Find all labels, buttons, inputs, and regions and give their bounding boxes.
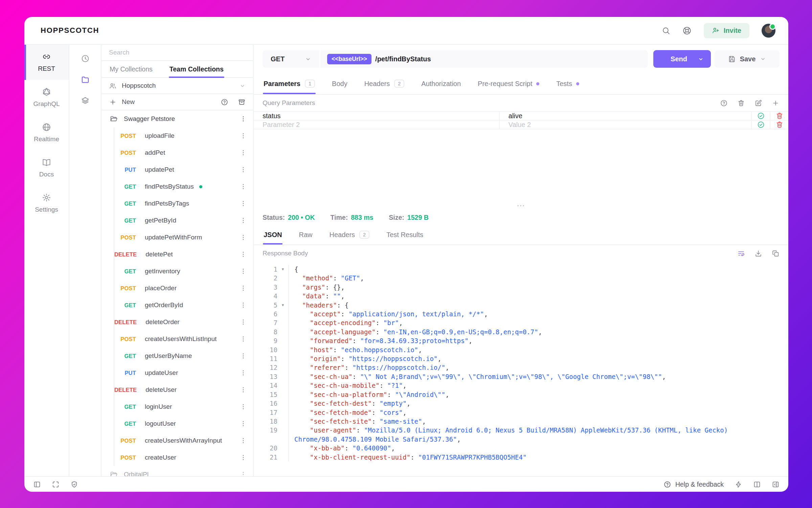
more-options-icon[interactable] [240,437,247,444]
plus-icon[interactable] [109,98,117,106]
request-item-findpetsbytags[interactable]: GET findPetsByTags [114,195,253,212]
nav-item-realtime[interactable]: Realtime [24,115,69,150]
method-select[interactable]: GET [263,50,319,68]
wrap-lines-icon[interactable] [737,250,745,257]
request-item-logoutuser[interactable]: GET logoutUser [114,415,253,432]
save-button[interactable]: Save [715,50,780,68]
response-tab-headers[interactable]: Headers 2 [329,225,370,245]
help-feedback-link[interactable]: Help & feedback [663,481,724,488]
param-delete-button[interactable] [770,112,788,120]
request-item-deleteorder[interactable]: DELETE deleteOrder [114,314,253,331]
request-tab-authorization[interactable]: Authorization [421,73,461,94]
request-item-uploadfile[interactable]: POST uploadFile [114,127,253,144]
request-tab-body[interactable]: Body [331,73,348,94]
avatar[interactable] [762,24,775,38]
request-item-deletepet[interactable]: DELETE deletePet [114,246,253,263]
archive-icon[interactable] [238,98,246,106]
nav-item-graphql[interactable]: GraphQL [24,80,69,115]
help-icon[interactable] [221,98,228,106]
param-key-input[interactable]: Parameter 2 [254,121,500,129]
more-options-icon[interactable] [240,132,247,140]
edit-icon[interactable] [754,99,762,107]
collections-tab-team[interactable]: Team Collections [169,61,224,77]
shortcuts-icon[interactable] [735,481,742,488]
rail-item-history[interactable] [69,48,101,69]
nav-item-rest[interactable]: REST [24,45,69,80]
shield-check-icon[interactable] [70,481,78,488]
more-options-icon[interactable] [240,149,247,156]
chevron-down-icon[interactable] [760,56,766,62]
request-item-createuser[interactable]: POST createUser [114,449,253,466]
toggle-sidebar-icon[interactable] [33,481,41,488]
request-item-getorderbyid[interactable]: GET getOrderById [114,297,253,314]
url-input[interactable]: <<baseUrl>> /pet/findByStatus [320,50,648,68]
split-layout-icon[interactable] [753,481,761,488]
request-tab-headers[interactable]: Headers 2 [364,73,405,94]
request-item-addpet[interactable]: POST addPet [114,144,253,161]
response-tab-raw[interactable]: Raw [298,225,313,245]
request-tab-tests[interactable]: Tests [556,73,580,94]
more-options-icon[interactable] [240,369,247,377]
more-options-icon[interactable] [240,284,247,292]
request-item-createuserswithlistinput[interactable]: POST createUsersWithListInput [114,331,253,347]
send-button[interactable]: Send [653,50,711,68]
param-active-toggle[interactable] [751,121,770,129]
more-options-icon[interactable] [240,403,247,410]
more-options-icon[interactable] [240,471,247,476]
collection-item-partial[interactable]: OrbitalPl [102,466,253,476]
add-param-icon[interactable] [772,99,780,107]
response-code-viewer[interactable]: 1▾{2 "method": "GET",3 "args": {},4 "dat… [254,261,788,476]
chevron-down-icon[interactable] [698,56,704,62]
response-tab-test-results[interactable]: Test Results [386,225,424,245]
request-tab-pre-request-script[interactable]: Pre-request Script [477,73,540,94]
more-options-icon[interactable] [240,183,247,190]
more-options-icon[interactable] [240,268,247,275]
more-options-icon[interactable] [240,454,247,461]
search-icon[interactable] [662,26,670,35]
delete-all-icon[interactable] [737,99,745,107]
new-collection-label[interactable]: New [122,98,135,106]
collapse-right-panel-icon[interactable] [772,481,780,488]
more-options-icon[interactable] [240,420,247,427]
request-item-getuserbyname[interactable]: GET getUserByName [114,347,253,364]
team-selector[interactable]: Hoppscotch [102,78,253,94]
fullscreen-icon[interactable] [52,481,60,488]
request-item-deleteuser[interactable]: DELETE deleteUser [114,381,253,398]
request-item-updatepetwithform[interactable]: POST updatePetWithForm [114,229,253,246]
more-options-icon[interactable] [240,386,247,394]
pane-resize-handle[interactable] [254,201,788,210]
more-options-icon[interactable] [240,115,247,123]
more-options-icon[interactable] [240,217,247,224]
nav-item-docs[interactable]: Docs [24,150,69,186]
request-item-placeorder[interactable]: POST placeOrder [114,280,253,297]
rail-item-environments[interactable] [69,90,101,111]
download-icon[interactable] [754,250,762,257]
request-item-findpetsbystatus[interactable]: GET findPetsByStatus [114,178,253,195]
more-options-icon[interactable] [240,335,247,343]
request-item-updatepet[interactable]: PUT updatePet [114,161,253,178]
request-item-loginuser[interactable]: GET loginUser [114,398,253,415]
request-item-createuserswitharrayinput[interactable]: POST createUsersWithArrayInput [114,432,253,449]
rail-item-collections[interactable] [69,69,101,90]
more-options-icon[interactable] [240,352,247,360]
more-options-icon[interactable] [240,251,247,258]
param-key-input[interactable]: status [254,112,500,120]
request-tab-parameters[interactable]: Parameters 1 [263,73,316,94]
param-delete-button[interactable] [770,121,788,129]
collections-tab-my[interactable]: My Collections [109,61,153,77]
request-item-getpetbyid[interactable]: GET getPetById [114,212,253,229]
collections-search-input[interactable] [109,49,246,56]
support-icon[interactable] [682,26,692,35]
response-tab-json[interactable]: JSON [263,225,283,245]
param-value-input[interactable]: Value 2 [500,121,751,129]
copy-icon[interactable] [772,250,780,257]
more-options-icon[interactable] [240,234,247,241]
invite-button[interactable]: Invite [704,23,749,38]
param-value-input[interactable]: alive [500,112,751,120]
more-options-icon[interactable] [240,166,247,173]
param-active-toggle[interactable] [751,112,770,120]
nav-item-settings[interactable]: Settings [24,186,69,221]
request-item-updateuser[interactable]: PUT updateUser [114,364,253,381]
more-options-icon[interactable] [240,301,247,309]
more-options-icon[interactable] [240,318,247,326]
